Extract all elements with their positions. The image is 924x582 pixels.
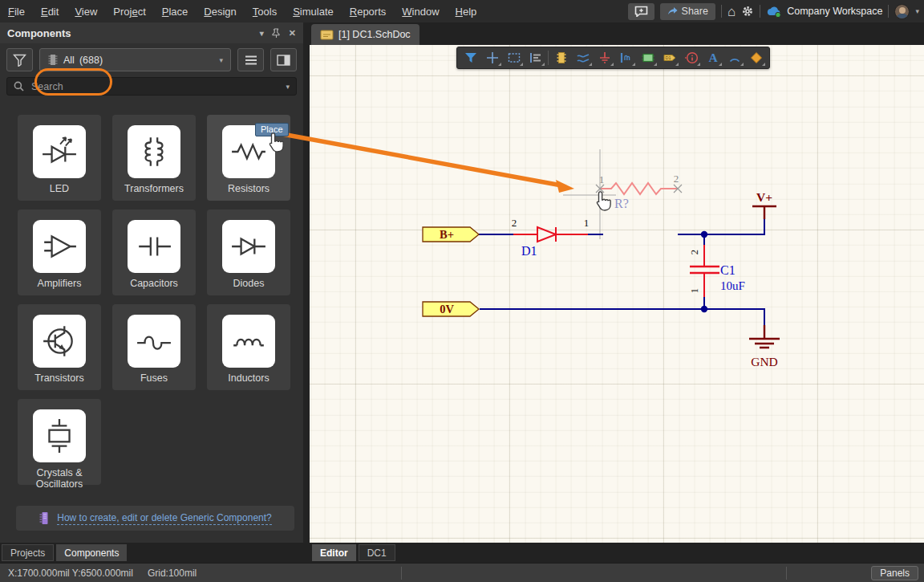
menu-tools[interactable]: Tools: [245, 6, 285, 18]
component-tile-diodes[interactable]: Diodes: [207, 210, 290, 295]
category-count: (688): [79, 55, 103, 66]
menu-view[interactable]: View: [67, 6, 105, 18]
menu-file[interactable]: File: [0, 6, 33, 18]
menu-reports[interactable]: Reports: [342, 6, 395, 18]
capacitor-c1[interactable]: 2 1 C1 10uF: [689, 245, 745, 297]
power-gnd-label: GND: [751, 355, 778, 368]
menu-place[interactable]: Place: [154, 6, 197, 18]
diode-symbol-icon: [222, 220, 275, 273]
placement-crosshair: [563, 149, 616, 239]
home-icon[interactable]: ⌂: [727, 5, 736, 18]
diode-designator: D1: [521, 244, 537, 258]
component-tile-fuses[interactable]: Fuses: [112, 304, 196, 390]
help-bar: How to create, edit or delete Generic Co…: [16, 506, 294, 531]
search-box[interactable]: ▾: [6, 77, 297, 96]
separator: [786, 567, 787, 580]
component-chip-icon: [47, 54, 59, 66]
panel-title: Components: [7, 27, 71, 39]
junction-dot: [701, 231, 707, 238]
category-dropdown[interactable]: All (688) ▾: [39, 48, 231, 71]
port-bplus-label: B+: [440, 228, 454, 241]
component-tile-label: Transistors: [18, 372, 101, 384]
junction-dot: [701, 306, 707, 312]
power-vplus-label: V+: [756, 190, 772, 204]
port-zerov[interactable]: 0V: [423, 302, 479, 316]
ghost-resistor[interactable]: 1 2 R?: [596, 173, 682, 210]
capacitor-symbol-icon: [128, 220, 180, 273]
port-zerov-label: 0V: [440, 303, 454, 315]
generic-component-chip-icon: [38, 511, 51, 525]
component-tile-led[interactable]: LED: [18, 115, 101, 201]
grid-setting: Grid:100mil: [148, 568, 197, 579]
document-tab-label: [1] DC1.SchDoc: [338, 29, 411, 40]
share-button[interactable]: Share: [660, 3, 715, 20]
editor-tabs: Editor DC1: [312, 543, 395, 563]
panel-dropdown-icon[interactable]: ▾: [260, 29, 264, 38]
diode-pin2-number: 2: [512, 217, 517, 229]
search-input[interactable]: [30, 80, 280, 93]
menu-edit[interactable]: Edit: [33, 6, 67, 18]
ghost-resistor-body: [600, 183, 678, 194]
components-panel-header: Components ▾ ✕: [0, 22, 303, 43]
menubar: FileEditViewProjectPlaceDesignToolsSimul…: [0, 0, 924, 22]
components-panel: Components ▾ ✕ All (688) ▾: [0, 22, 303, 543]
wire-top-right[interactable]: [678, 219, 764, 234]
tab-components[interactable]: Components: [56, 544, 127, 561]
tab-projects[interactable]: Projects: [2, 544, 54, 561]
cap-designator: C1: [720, 263, 736, 277]
chevron-down-icon: ▾: [286, 83, 290, 91]
menubar-items: FileEditViewProjectPlaceDesignToolsSimul…: [0, 6, 484, 18]
menu-window[interactable]: Window: [394, 6, 447, 18]
cursor-coordinates: X:1700.000mil Y:6500.000mil: [8, 568, 133, 579]
chevron-down-icon[interactable]: ▾: [915, 7, 919, 15]
tab-dc1[interactable]: DC1: [359, 544, 395, 561]
place-tooltip: Place: [255, 123, 289, 136]
diode-d1[interactable]: 2 1 D1: [512, 217, 590, 258]
port-bplus[interactable]: B+: [423, 227, 479, 242]
wire-zerov-rail[interactable]: [480, 309, 764, 325]
workspace-label: Company Workspace: [787, 6, 882, 17]
panel-splitter[interactable]: [303, 22, 310, 543]
settings-gear-icon[interactable]: [741, 5, 754, 18]
menu-project[interactable]: Project: [105, 6, 153, 18]
tab-editor[interactable]: Editor: [312, 544, 356, 561]
list-view-button[interactable]: [237, 48, 264, 71]
fuse-symbol-icon: [128, 315, 180, 368]
component-tile-inductors[interactable]: Inductors: [207, 304, 290, 390]
cap-pin2-number: 2: [689, 250, 700, 254]
share-label: Share: [682, 6, 708, 17]
comment-plus-icon: [634, 6, 648, 17]
component-tile-crystals-oscillators[interactable]: Crystals & Oscillators: [18, 399, 101, 485]
crystal-symbol-icon: [33, 409, 86, 462]
split-panel-button[interactable]: [270, 48, 297, 71]
amplifier-symbol-icon: [33, 220, 86, 273]
panel-tabs: Projects Components: [0, 543, 127, 563]
pin-icon[interactable]: [272, 28, 281, 39]
power-port-vplus[interactable]: V+: [752, 190, 776, 219]
menu-design[interactable]: Design: [196, 6, 244, 18]
component-tile-label: Capacitors: [112, 278, 196, 289]
user-avatar[interactable]: [894, 4, 910, 19]
close-icon[interactable]: ✕: [289, 28, 296, 39]
component-tile-amplifiers[interactable]: Amplifiers: [18, 210, 101, 295]
menu-simulate[interactable]: Simulate: [285, 6, 342, 18]
share-arrow-icon: [667, 6, 678, 16]
component-tile-transistors[interactable]: Transistors: [18, 304, 101, 390]
filter-button[interactable]: [6, 48, 33, 71]
statusbar: X:1700.000mil Y:6500.000mil Grid:100mil …: [0, 563, 924, 582]
comment-button[interactable]: [628, 3, 654, 20]
transistor-symbol-icon: [33, 315, 86, 368]
cap-pin1-number: 1: [689, 288, 700, 293]
component-tile-transformers[interactable]: Transformers: [112, 115, 196, 201]
workspace-button[interactable]: Company Workspace: [766, 6, 882, 18]
document-tab[interactable]: [1] DC1.SchDoc: [311, 24, 419, 45]
ghost-designator: R?: [614, 197, 629, 210]
power-port-gnd[interactable]: GND: [749, 325, 780, 368]
help-link[interactable]: How to create, edit or delete Generic Co…: [57, 512, 271, 525]
component-tile-capacitors[interactable]: Capacitors: [112, 210, 196, 295]
menu-help[interactable]: Help: [448, 6, 485, 18]
schematic-canvas[interactable]: D1A 1 2 R? B+: [310, 45, 924, 543]
cloud-workspace-icon: [766, 6, 782, 18]
panels-button[interactable]: Panels: [871, 566, 918, 580]
category-value: All: [63, 55, 75, 66]
